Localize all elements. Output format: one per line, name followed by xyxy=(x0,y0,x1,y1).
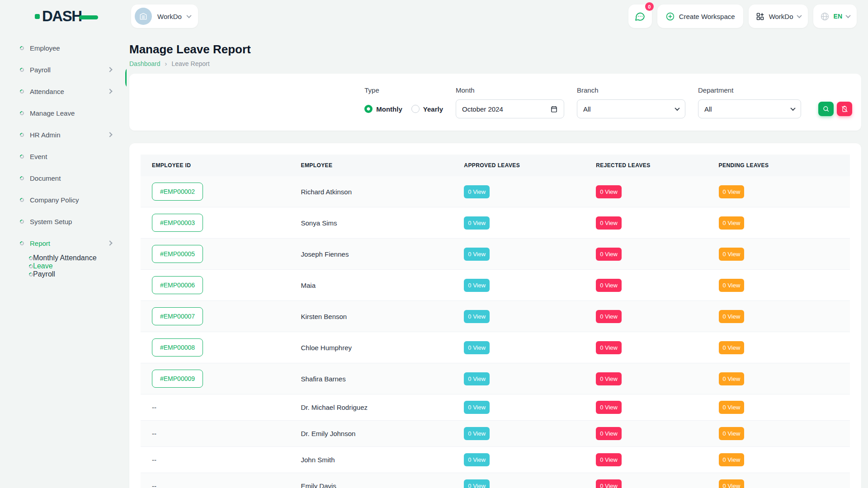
branch-select[interactable]: All xyxy=(577,99,685,118)
employee-id-empty: -- xyxy=(152,430,156,437)
sidebar-item-monthly-attendance[interactable]: Monthly Attendance xyxy=(11,254,127,262)
chevron-down-icon xyxy=(797,13,802,18)
approved-leaves-badge[interactable]: 0 View xyxy=(464,185,490,198)
topbar-actions: 0 Create Workspace WorkDo EN xyxy=(628,5,857,28)
approved-leaves-badge[interactable]: 0 View xyxy=(464,248,490,261)
pending-leaves-badge[interactable]: 0 View xyxy=(719,185,745,198)
breadcrumb-current: Leave Report xyxy=(172,60,210,67)
approved-leaves-badge[interactable]: 0 View xyxy=(464,453,490,466)
pending-leaves-badge[interactable]: 0 View xyxy=(719,341,745,354)
employee-name: Richard Atkinson xyxy=(301,188,352,196)
approved-leaves-badge[interactable]: 0 View xyxy=(464,372,490,385)
rejected-leaves-badge[interactable]: 0 View xyxy=(596,372,622,385)
rejected-leaves-badge[interactable]: 0 View xyxy=(596,341,622,354)
employee-name: John Smith xyxy=(301,456,335,464)
sidebar-item-event[interactable]: Event xyxy=(11,145,116,167)
sidebar-item-payroll[interactable]: Payroll xyxy=(11,270,127,278)
employee-id-button[interactable]: #EMP00002 xyxy=(152,183,203,201)
sidebar-item-attendance[interactable]: Attendance xyxy=(11,80,116,102)
donut-bullet-icon xyxy=(19,154,25,160)
employee-name: Shafira Barnes xyxy=(301,375,345,383)
approved-leaves-badge[interactable]: 0 View xyxy=(464,310,490,323)
search-icon xyxy=(822,105,830,113)
chevron-down-icon xyxy=(845,13,850,18)
approved-leaves-badge[interactable]: 0 View xyxy=(464,216,490,230)
month-input[interactable] xyxy=(462,105,530,113)
pending-leaves-badge[interactable]: 0 View xyxy=(719,279,745,292)
employee-id-button[interactable]: #EMP00005 xyxy=(152,245,203,263)
rejected-leaves-badge[interactable]: 0 View xyxy=(596,310,622,323)
rejected-leaves-badge[interactable]: 0 View xyxy=(596,427,622,440)
approved-leaves-badge[interactable]: 0 View xyxy=(464,427,490,440)
pending-leaves-badge[interactable]: 0 View xyxy=(719,310,745,323)
branch-filter-group: Branch All xyxy=(577,86,685,118)
create-workspace-button[interactable]: Create Workspace xyxy=(657,5,743,28)
sidebar-item-label: Payroll xyxy=(33,270,55,278)
approved-leaves-badge[interactable]: 0 View xyxy=(464,279,490,292)
pending-leaves-badge[interactable]: 0 View xyxy=(719,479,745,488)
rejected-leaves-badge[interactable]: 0 View xyxy=(596,453,622,466)
reset-button[interactable] xyxy=(837,102,852,116)
approved-leaves-badge[interactable]: 0 View xyxy=(464,401,490,414)
table-row: --Dr. Michael Rodriguez0 View0 View0 Vie… xyxy=(141,394,850,421)
rejected-leaves-badge[interactable]: 0 View xyxy=(596,248,622,261)
approved-leaves-badge[interactable]: 0 View xyxy=(464,341,490,354)
type-radio-yearly[interactable]: Yearly xyxy=(411,105,443,113)
type-radio-monthly[interactable]: Monthly xyxy=(364,105,402,113)
employee-id-button[interactable]: #EMP00007 xyxy=(152,307,203,325)
sidebar-item-hr-admin[interactable]: HR Admin xyxy=(11,124,116,145)
sidebar-item-manage-leave[interactable]: Manage Leave xyxy=(11,102,116,124)
department-select[interactable]: All xyxy=(698,99,801,118)
column-header-rejected-leaves: REJECTED LEAVES xyxy=(585,155,707,176)
main-content: Manage Leave Report Dashboard › Leave Re… xyxy=(129,33,861,488)
pending-leaves-badge[interactable]: 0 View xyxy=(719,453,745,466)
sidebar-item-company-policy[interactable]: Company Policy xyxy=(11,189,116,211)
donut-bullet-icon xyxy=(19,89,25,94)
clipboard-slash-icon xyxy=(841,105,848,113)
sidebar-item-hrm[interactable]: HRM xyxy=(125,66,127,89)
donut-bullet-icon xyxy=(19,110,25,116)
sidebar-item-document[interactable]: Document xyxy=(11,167,116,189)
rejected-leaves-badge[interactable]: 0 View xyxy=(596,479,622,488)
sidebar-item-payroll[interactable]: Payroll xyxy=(11,59,116,80)
rejected-leaves-badge[interactable]: 0 View xyxy=(596,401,622,414)
language-selector[interactable]: EN xyxy=(813,5,857,28)
employee-id-button[interactable]: #EMP00003 xyxy=(152,214,203,232)
pending-leaves-badge[interactable]: 0 View xyxy=(719,401,745,414)
search-button[interactable] xyxy=(818,102,834,116)
employee-id-button[interactable]: #EMP00008 xyxy=(152,338,203,357)
donut-bullet-icon xyxy=(19,197,25,203)
column-header-employee: EMPLOYEE xyxy=(289,155,453,176)
leave-report-table-card: EMPLOYEE IDEMPLOYEEAPPROVED LEAVESREJECT… xyxy=(129,143,861,488)
sidebar-item-report[interactable]: Report xyxy=(11,232,116,254)
sidebar-item-system-setup[interactable]: System Setup xyxy=(11,211,116,232)
calendar-icon[interactable] xyxy=(550,105,558,113)
sidebar-item-leave[interactable]: Leave xyxy=(11,262,127,270)
rejected-leaves-badge[interactable]: 0 View xyxy=(596,185,622,198)
employee-id-button[interactable]: #EMP00009 xyxy=(152,370,203,388)
rejected-leaves-badge[interactable]: 0 View xyxy=(596,279,622,292)
employee-id-button[interactable]: #EMP00006 xyxy=(152,276,203,294)
rejected-leaves-badge[interactable]: 0 View xyxy=(596,216,622,230)
column-header-employee-id: EMPLOYEE ID xyxy=(141,155,289,176)
sidebar-item-employee[interactable]: Employee xyxy=(11,37,116,59)
chevron-down-icon xyxy=(675,106,679,111)
logo-dash-icon xyxy=(79,15,98,19)
pending-leaves-badge[interactable]: 0 View xyxy=(719,248,745,261)
globe-icon xyxy=(820,12,830,21)
chevron-right-icon xyxy=(107,240,112,245)
pending-leaves-badge[interactable]: 0 View xyxy=(719,427,745,440)
table-row: #EMP00008Chloe Humphrey0 View0 View0 Vie… xyxy=(141,332,850,363)
breadcrumb-dashboard-link[interactable]: Dashboard xyxy=(129,60,160,67)
department-filter-group: Department All xyxy=(698,86,801,118)
sidebar-nav: RetainerInvoicePurchasesProjectsAccounti… xyxy=(11,37,127,278)
pending-leaves-badge[interactable]: 0 View xyxy=(719,216,745,230)
approved-leaves-badge[interactable]: 0 View xyxy=(464,479,490,488)
chevron-down-icon xyxy=(186,13,191,18)
app-menu-button[interactable]: WorkDo xyxy=(749,5,808,28)
workspace-switcher[interactable]: WorkDo xyxy=(131,5,198,28)
dash-logo[interactable]: DASH xyxy=(35,8,114,25)
pending-leaves-badge[interactable]: 0 View xyxy=(719,372,745,385)
sidebar-item-label: Document xyxy=(30,174,61,182)
messages-button[interactable]: 0 xyxy=(628,5,652,28)
